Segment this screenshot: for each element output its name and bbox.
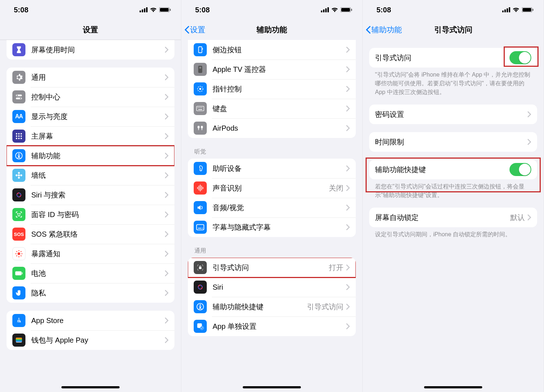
status-bar: 5:08 <box>181 0 362 20</box>
guided-access-scroll[interactable]: 引导式访问 "引导式访问"会将 iPhone 维持在单个 App 中，并允许您控… <box>363 40 544 392</box>
row-subtitles[interactable]: 字幕与隐藏式字幕 <box>188 217 356 237</box>
svg-point-36 <box>21 253 23 254</box>
row-keyboard[interactable]: 键盘 <box>188 99 356 118</box>
row-accessibility[interactable]: 辅助功能快捷键引导式访问 <box>188 297 356 317</box>
svg-point-31 <box>20 213 20 214</box>
svg-point-34 <box>19 256 20 257</box>
row-detail: 关闭 <box>329 183 343 193</box>
svg-rect-84 <box>507 8 508 12</box>
row-audio[interactable]: 音频/视觉 <box>188 198 356 217</box>
row-battery[interactable]: 电池 <box>7 264 174 283</box>
chevron-right-icon <box>165 47 169 53</box>
svg-rect-2 <box>144 8 145 12</box>
row-appstore[interactable]: App Store <box>7 311 174 330</box>
app-settings-icon <box>194 320 207 333</box>
chevron-right-icon <box>346 205 350 211</box>
row-accessibility[interactable]: 辅助功能 <box>7 146 174 166</box>
chevron-right-icon <box>165 212 169 217</box>
row-guided-access-toggle[interactable]: 引导式访问 <box>369 48 537 68</box>
battery-icon <box>12 267 25 280</box>
wallet-icon <box>12 334 25 347</box>
row-exposure[interactable]: 暴露通知 <box>7 244 174 264</box>
row-pointer[interactable]: 指针控制 <box>188 79 356 99</box>
section-header-general: 通用 <box>188 247 356 258</box>
back-button[interactable]: 设置 <box>181 25 205 35</box>
chevron-right-icon <box>528 139 531 145</box>
home-indicator[interactable] <box>243 386 301 388</box>
row-password-settings[interactable]: 密码设置 <box>369 105 537 124</box>
row-airpods[interactable]: AirPods <box>188 118 356 138</box>
row-flower[interactable]: 墙纸 <box>7 166 174 185</box>
chevron-right-icon <box>346 224 350 230</box>
svg-rect-74 <box>199 267 201 269</box>
autolock-group: 屏幕自动锁定 默认 <box>369 208 537 227</box>
row-ear[interactable]: 助听设备 <box>188 159 356 178</box>
row-wallet[interactable]: 钱包与 Apple Pay <box>7 330 174 350</box>
row-app-settings[interactable]: App 单独设置 <box>188 317 356 336</box>
svg-point-30 <box>17 213 18 214</box>
ear-icon <box>194 162 207 175</box>
svg-rect-47 <box>321 11 322 12</box>
svg-rect-0 <box>140 11 141 12</box>
row-time-limit[interactable]: 时间限制 <box>369 132 537 152</box>
chevron-right-icon <box>346 185 350 191</box>
toggle-switch[interactable] <box>509 51 531 64</box>
row-screen-time[interactable]: 屏幕使用时间 <box>7 40 174 60</box>
row-label: 辅助功能 <box>31 151 165 161</box>
phone-accessibility: 5:08 设置 辅助功能 侧边按钮Apple TV 遥控器指针控制键盘AirPo… <box>181 0 363 392</box>
row-faceid[interactable]: 面容 ID 与密码 <box>7 205 174 224</box>
svg-rect-3 <box>146 7 148 12</box>
row-gear[interactable]: 通用 <box>7 68 174 87</box>
svg-rect-12 <box>18 133 20 135</box>
row-waveform[interactable]: 声音识别关闭 <box>188 178 356 198</box>
chevron-right-icon <box>165 94 169 100</box>
chevron-right-icon <box>165 153 169 159</box>
toggle-switch[interactable] <box>509 163 531 176</box>
row-SOS[interactable]: SOSSOS 紧急联络 <box>7 224 174 244</box>
svg-rect-11 <box>16 133 17 135</box>
subtitles-icon <box>194 221 207 234</box>
row-label: AirPods <box>213 124 346 132</box>
row-siri[interactable]: Siri 与搜索 <box>7 185 174 205</box>
svg-rect-54 <box>198 47 202 53</box>
nav-title: 设置 <box>0 25 181 35</box>
status-icons <box>140 7 171 12</box>
row-grid[interactable]: 主屏幕 <box>7 126 174 146</box>
SOS-icon: SOS <box>12 228 25 241</box>
chevron-left-icon <box>184 26 189 34</box>
row-label: 屏幕自动锁定 <box>375 213 510 222</box>
row-sidebutton[interactable]: 侧边按钮 <box>188 40 356 60</box>
row-remote[interactable]: Apple TV 遥控器 <box>188 60 356 79</box>
accessibility-scroll[interactable]: 侧边按钮Apple TV 遥控器指针控制键盘AirPods 听觉 助听设备声音识… <box>181 40 362 392</box>
time-limit-group: 时间限制 <box>369 132 537 152</box>
general-list: 引导式访问打开Siri辅助功能快捷键引导式访问App 单独设置 <box>188 258 356 336</box>
home-indicator[interactable] <box>61 386 120 388</box>
row-switches[interactable]: 控制中心 <box>7 87 174 107</box>
row-label: 声音识别 <box>213 183 329 193</box>
hand-icon <box>12 286 25 299</box>
svg-rect-66 <box>197 187 198 189</box>
row-label: App 单独设置 <box>213 322 346 331</box>
row-AA[interactable]: AA显示与亮度 <box>7 107 174 126</box>
row-label: 引导式访问 <box>375 53 509 63</box>
row-label: 主屏幕 <box>31 131 165 141</box>
gear-icon <box>12 71 25 84</box>
audio-icon <box>194 201 207 214</box>
settings-scroll[interactable]: 屏幕使用时间 通用控制中心AA显示与亮度主屏幕辅助功能墙纸Siri 与搜索面容 … <box>0 40 181 392</box>
back-button[interactable]: 辅助功能 <box>363 25 402 35</box>
status-icons <box>502 7 533 12</box>
row-hand[interactable]: 隐私 <box>7 283 174 303</box>
row-accessibility-shortcut-toggle[interactable]: 辅助功能快捷键 <box>369 160 537 179</box>
row-auto-lock[interactable]: 屏幕自动锁定 默认 <box>369 208 537 227</box>
svg-rect-6 <box>170 9 171 11</box>
row-lock-frame[interactable]: 引导式访问打开 <box>188 258 356 277</box>
row-label: 键盘 <box>213 104 346 114</box>
home-indicator[interactable] <box>424 386 482 388</box>
row-siri[interactable]: Siri <box>188 277 356 297</box>
svg-point-10 <box>20 98 21 99</box>
chevron-right-icon <box>165 192 169 198</box>
svg-rect-82 <box>502 11 504 12</box>
svg-rect-85 <box>509 7 510 12</box>
row-label: 助听设备 <box>213 164 346 173</box>
chevron-right-icon <box>165 74 169 80</box>
